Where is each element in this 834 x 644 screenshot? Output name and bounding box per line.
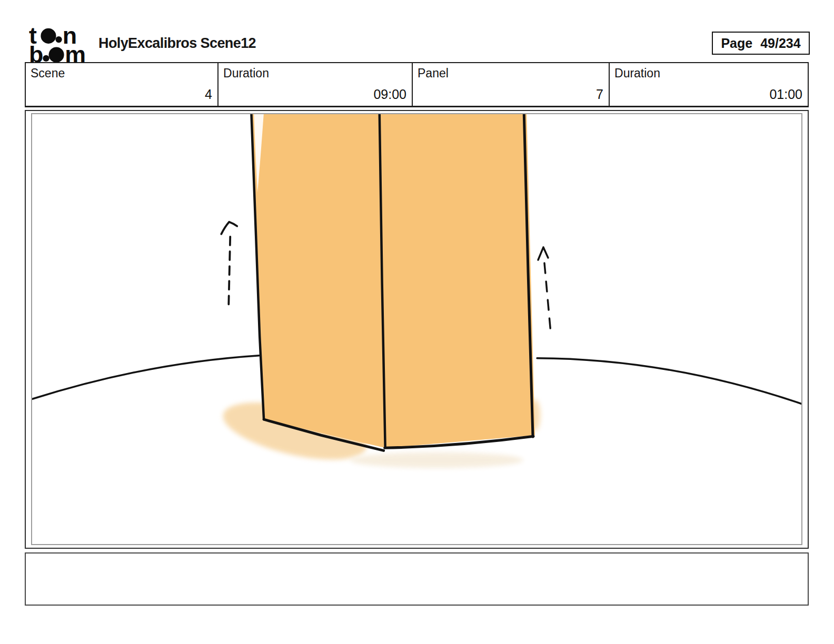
panel-duration-value: 01:00 bbox=[769, 87, 802, 102]
scene-duration-value: 09:00 bbox=[373, 87, 406, 102]
panel-label: Panel bbox=[418, 66, 449, 80]
info-table: Scene 4 Duration 09:00 Panel 7 Duration … bbox=[25, 62, 809, 107]
logo-dot-small-2 bbox=[43, 55, 49, 62]
horizon-line-left bbox=[32, 356, 259, 400]
pillar-fill bbox=[252, 114, 535, 448]
storyboard-panel bbox=[25, 110, 809, 549]
panel-duration-label: Duration bbox=[614, 66, 660, 80]
page-number: 49/234 bbox=[760, 36, 800, 51]
info-cell-scene: Scene 4 bbox=[26, 63, 217, 106]
logo-letter-b: b bbox=[29, 41, 43, 63]
motion-arrow-left-shaft bbox=[229, 237, 230, 306]
info-cell-panel: Panel 7 bbox=[412, 63, 609, 106]
info-cell-scene-duration: Duration 09:00 bbox=[217, 63, 412, 106]
info-cell-panel-duration: Duration 01:00 bbox=[609, 63, 808, 106]
scene-value: 4 bbox=[205, 87, 212, 102]
panel-value: 7 bbox=[596, 87, 603, 102]
motion-arrow-right-head bbox=[538, 247, 548, 260]
toonboom-logo: t n b m bbox=[29, 25, 88, 63]
caption-box bbox=[25, 552, 809, 606]
page-indicator: Page 49/234 bbox=[712, 32, 810, 55]
storyboard-page: t n b m HolyExcalibros Scene12 Page 49/2… bbox=[0, 0, 834, 644]
logo-dot-small-1 bbox=[55, 36, 62, 43]
panel-inner-frame bbox=[31, 113, 802, 545]
horizon-line-right bbox=[537, 358, 801, 405]
storyboard-drawing bbox=[32, 114, 801, 544]
project-title: HolyExcalibros Scene12 bbox=[98, 35, 256, 52]
page-label: Page bbox=[721, 36, 752, 51]
logo-letter-m: m bbox=[65, 41, 86, 63]
scene-duration-label: Duration bbox=[223, 66, 269, 80]
logo-dot-large-2 bbox=[49, 47, 64, 63]
scene-label: Scene bbox=[31, 66, 65, 80]
motion-arrow-right-shaft bbox=[544, 263, 551, 333]
ground-soft-shadow bbox=[350, 452, 523, 468]
motion-arrow-left-head bbox=[221, 222, 237, 234]
